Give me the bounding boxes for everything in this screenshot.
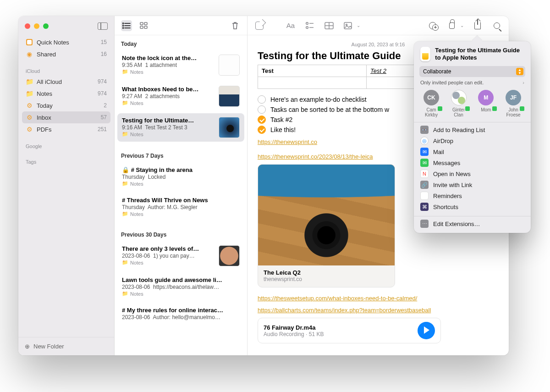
svg-rect-7 bbox=[144, 22, 147, 25]
share-option[interactable]: ✉︎Mail bbox=[414, 146, 531, 157]
table-cell[interactable] bbox=[258, 77, 367, 89]
share-option-label: AirDrop bbox=[433, 138, 453, 144]
note-snippet: Author: M.G. Siegler bbox=[148, 204, 198, 210]
share-option[interactable]: 👓Add to Reading List bbox=[414, 124, 531, 135]
note-list-item[interactable]: There are only 3 levels of…2023-08-06 1)… bbox=[117, 242, 244, 270]
link-preview-title: The Leica Q2 bbox=[264, 269, 389, 276]
minimize-window-button[interactable] bbox=[34, 23, 39, 29]
edit-extensions-button[interactable]: ⋯ Edit Extensions… bbox=[414, 218, 531, 229]
audio-subtitle: Audio Recording · 51 KB bbox=[264, 331, 324, 337]
avatar: JF bbox=[506, 90, 521, 105]
sidebar-item-count: 57 bbox=[101, 114, 107, 121]
airdrop-icon: ◎ bbox=[420, 137, 429, 145]
share-option[interactable]: ✉︎Messages bbox=[414, 157, 531, 168]
sidebar-item-shared[interactable]: ◉Shared16 bbox=[22, 48, 110, 60]
share-person[interactable]: CKCam Kirkby bbox=[420, 90, 442, 117]
folder-icon: 📁 bbox=[122, 69, 128, 75]
checkbox[interactable] bbox=[258, 105, 266, 114]
note-time: 2023-08-06 bbox=[122, 284, 150, 290]
table-button[interactable] bbox=[324, 20, 335, 31]
sidebar-section-label[interactable]: Tags bbox=[22, 157, 110, 166]
share-mode-select[interactable]: Collaborate ▲▼ bbox=[419, 66, 525, 77]
toggle-sidebar-button[interactable] bbox=[98, 22, 108, 30]
sidebar-item-count: 251 bbox=[98, 126, 107, 133]
note-time: 2023-08-06 bbox=[122, 253, 150, 259]
sidebar-item-today[interactable]: ⚙︎Today2 bbox=[22, 99, 110, 111]
window-controls bbox=[18, 16, 114, 30]
sidebar-item-all-icloud[interactable]: 📁All iCloud974 bbox=[22, 76, 110, 88]
note-list[interactable]: TodayNote the lock icon at the…9:35 AM 1… bbox=[115, 35, 247, 355]
share-person[interactable]: JFJohn Froese bbox=[502, 90, 524, 117]
folder-icon: 📁 bbox=[122, 181, 128, 187]
note-list-item[interactable]: # Threads Will Thrive on NewsThursday Au… bbox=[117, 193, 244, 221]
media-chevron-icon: ⌄ bbox=[357, 23, 360, 28]
link-preview-card[interactable]: The Leica Q2 thenewsprint.co bbox=[258, 164, 395, 287]
note-list-item[interactable]: What Inboxes Need to be…9:27 AM 2 attach… bbox=[117, 82, 244, 110]
list-view-button[interactable] bbox=[121, 20, 132, 31]
note-thumbnail bbox=[219, 117, 240, 138]
note-link[interactable]: https://thenewsprint.co/2023/08/13/the-l… bbox=[258, 153, 373, 160]
sidebar-section-label[interactable]: Google bbox=[22, 142, 110, 151]
note-link[interactable]: https://thesweetsetup.com/what-inboxes-n… bbox=[258, 295, 417, 302]
checklist-button[interactable] bbox=[304, 20, 315, 31]
share-option[interactable]: ◎AirDrop bbox=[414, 135, 531, 146]
share-option[interactable]: ⌘Shortcuts bbox=[414, 201, 531, 212]
media-button[interactable] bbox=[343, 20, 354, 31]
folder-icon: 📁 bbox=[122, 100, 128, 106]
messages-icon: ✉︎ bbox=[420, 159, 429, 167]
shortcuts-icon: ⌘ bbox=[420, 203, 429, 211]
share-option-label: Reminders bbox=[433, 193, 462, 199]
link-preview-domain: thenewsprint.co bbox=[264, 276, 389, 282]
svg-rect-17 bbox=[344, 22, 352, 29]
sidebar-item-inbox[interactable]: ⚙︎Inbox57 bbox=[22, 111, 110, 123]
share-option[interactable]: 🔗Invite with Link bbox=[414, 179, 531, 190]
text-style-button[interactable]: Aa bbox=[285, 20, 296, 31]
close-window-button[interactable] bbox=[25, 23, 30, 29]
note-list-item[interactable]: 🔒 # Staying in the arenaThursday Locked📁… bbox=[117, 163, 244, 190]
smart-folder-icon: ⚙︎ bbox=[26, 126, 33, 133]
delete-note-button[interactable] bbox=[230, 20, 241, 31]
add-to-reading-list-icon: 👓 bbox=[420, 126, 429, 134]
sidebar-item-notes[interactable]: 📁Notes974 bbox=[22, 88, 110, 99]
note-list-item[interactable]: Note the lock icon at the…9:35 AM 1 atta… bbox=[117, 51, 244, 79]
folder-icon: 📁 bbox=[122, 211, 128, 217]
collaborate-button[interactable] bbox=[427, 20, 438, 31]
checkbox[interactable] bbox=[258, 95, 266, 104]
messages-badge-icon bbox=[464, 105, 471, 112]
share-person[interactable]: MMom bbox=[475, 90, 497, 117]
note-list-item[interactable]: # My three rules for online interac…2023… bbox=[117, 303, 244, 324]
checklist-text: Like this! bbox=[270, 126, 296, 133]
share-person[interactable]: Ginter Clan bbox=[448, 90, 470, 117]
search-button[interactable] bbox=[491, 20, 502, 31]
note-title: Lawn tools guide and awesome li… bbox=[122, 276, 240, 283]
zoom-window-button[interactable] bbox=[43, 23, 49, 29]
share-option[interactable]: NOpen in News bbox=[414, 168, 531, 179]
share-button[interactable] bbox=[472, 20, 483, 31]
svg-rect-8 bbox=[140, 26, 143, 28]
compose-button[interactable] bbox=[254, 20, 265, 31]
folder-icon: 📁 bbox=[26, 78, 33, 85]
note-time: 2023-08-06 bbox=[122, 314, 150, 320]
note-list-item[interactable]: Lawn tools guide and awesome li…2023-08-… bbox=[117, 273, 244, 300]
table-cell[interactable]: Test bbox=[258, 65, 367, 77]
checkbox[interactable] bbox=[258, 126, 266, 134]
note-link[interactable]: https://thenewsprint.co bbox=[258, 138, 317, 145]
invite-with-link-icon: 🔗 bbox=[420, 181, 429, 189]
new-folder-button[interactable]: ⊕ New Folder bbox=[18, 337, 114, 355]
grid-view-button[interactable] bbox=[138, 20, 149, 31]
share-option[interactable]: ☰Reminders bbox=[414, 190, 531, 201]
play-button[interactable] bbox=[418, 322, 435, 339]
permission-row[interactable]: Only invited people can edit. › bbox=[420, 80, 524, 85]
note-link[interactable]: https://ballcharts.com/teams/index.php?t… bbox=[258, 307, 431, 314]
audio-attachment[interactable]: 76 Fairway Dr.m4a Audio Recording · 51 K… bbox=[258, 318, 441, 343]
checkbox[interactable] bbox=[258, 116, 266, 124]
note-snippet: 1 attachment bbox=[145, 62, 177, 68]
avatar: CK bbox=[424, 90, 439, 105]
lock-button[interactable] bbox=[446, 20, 457, 31]
sidebar-item-pdfs[interactable]: ⚙︎PDFs251 bbox=[22, 123, 110, 135]
note-thumbnail bbox=[219, 55, 240, 76]
reminders-icon: ☰ bbox=[420, 192, 429, 200]
sidebar-item-quick-notes[interactable]: Quick Notes15 bbox=[22, 36, 110, 48]
sidebar-section-label[interactable]: iCloud bbox=[22, 66, 110, 76]
note-list-item[interactable]: Testing for the Ultimate…9:16 AM Test Te… bbox=[117, 113, 244, 142]
